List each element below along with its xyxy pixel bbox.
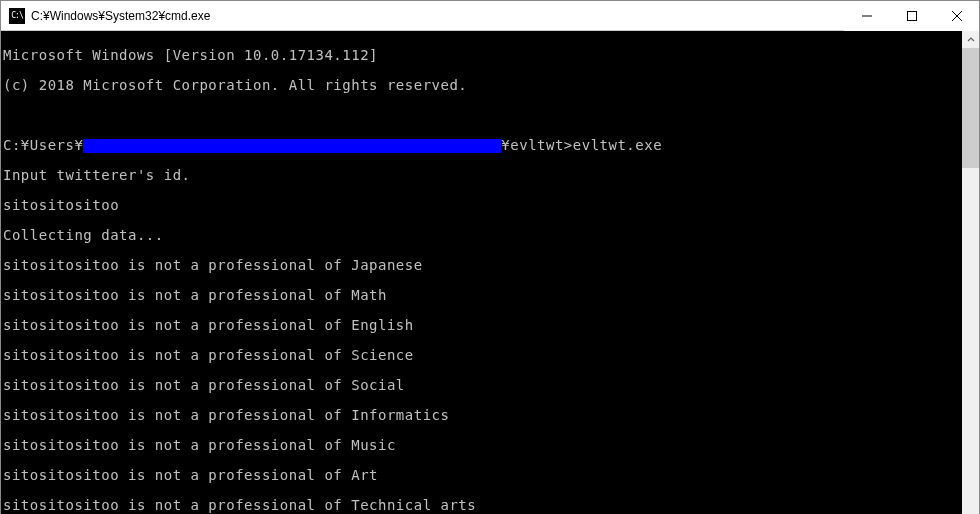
cmd-window: C:\ C:¥Windows¥System32¥cmd.exe Microsof…: [0, 0, 980, 514]
collecting-line: Collecting data...: [3, 228, 962, 243]
redacted-path-1: [83, 139, 501, 153]
prompt1-prefix: C:¥Users¥: [3, 137, 83, 153]
blank-line: [3, 108, 962, 123]
terminal-output[interactable]: Microsoft Windows [Version 10.0.17134.11…: [1, 31, 962, 514]
maximize-icon: [907, 11, 917, 21]
vertical-scrollbar[interactable]: [962, 31, 979, 514]
window-title: C:¥Windows¥System32¥cmd.exe: [31, 9, 210, 23]
close-button[interactable]: [934, 1, 979, 31]
scrollbar-thumb[interactable]: [962, 48, 979, 168]
copyright-line: (c) 2018 Microsoft Corporation. All righ…: [3, 78, 962, 93]
chevron-up-icon: [967, 36, 975, 44]
svg-rect-1: [907, 11, 916, 20]
prompt1-suffix: ¥evltwt>evltwt.exe: [501, 137, 662, 153]
input-prompt-line: Input twitterer's id.: [3, 168, 962, 183]
version-line: Microsoft Windows [Version 10.0.17134.11…: [3, 48, 962, 63]
result-line: sitositositoo is not a professional of J…: [3, 258, 962, 273]
prompt-line-1: C:¥Users¥¥evltwt>evltwt.exe: [3, 138, 962, 153]
result-line: sitositositoo is not a professional of A…: [3, 468, 962, 483]
result-line: sitositositoo is not a professional of S…: [3, 348, 962, 363]
result-line: sitositositoo is not a professional of M…: [3, 288, 962, 303]
scroll-up-button[interactable]: [962, 31, 979, 48]
result-line: sitositositoo is not a professional of E…: [3, 318, 962, 333]
titlebar[interactable]: C:\ C:¥Windows¥System32¥cmd.exe: [1, 1, 979, 31]
result-line: sitositositoo is not a professional of M…: [3, 438, 962, 453]
user-input-line: sitositositoo: [3, 198, 962, 213]
cmd-icon: C:\: [9, 8, 25, 24]
terminal-area: Microsoft Windows [Version 10.0.17134.11…: [1, 31, 979, 514]
maximize-button[interactable]: [889, 1, 934, 31]
minimize-button[interactable]: [844, 1, 889, 31]
minimize-icon: [862, 11, 872, 21]
result-line: sitositositoo is not a professional of T…: [3, 498, 962, 513]
close-icon: [952, 11, 962, 21]
result-line: sitositositoo is not a professional of I…: [3, 408, 962, 423]
scrollbar-track[interactable]: [962, 48, 979, 514]
result-line: sitositositoo is not a professional of S…: [3, 378, 962, 393]
